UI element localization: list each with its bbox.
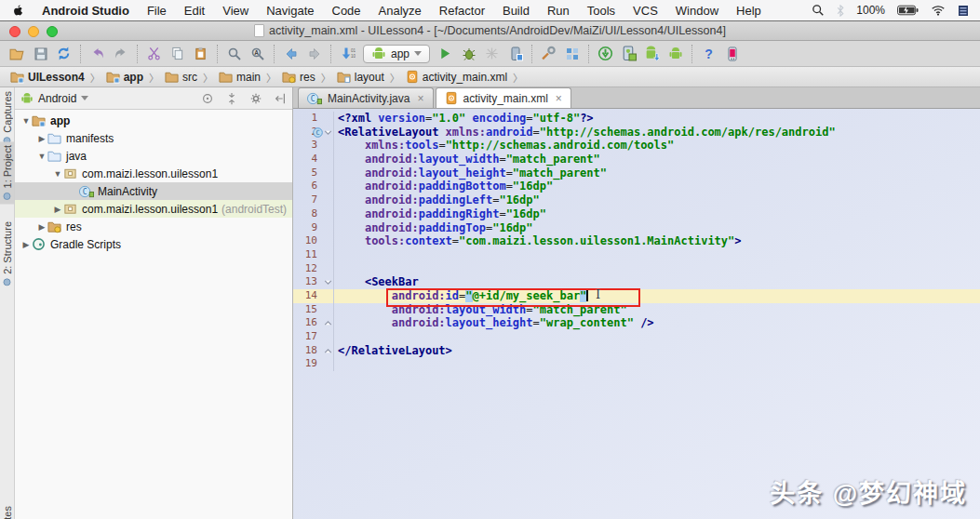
gutter-fold-column[interactable] — [317, 248, 334, 262]
chevron-down-icon[interactable] — [81, 96, 88, 100]
line-number[interactable]: 16 — [293, 316, 317, 330]
line-number[interactable]: 18 — [293, 344, 317, 358]
gutter-fold-column[interactable] — [317, 330, 334, 344]
tree-expand-arrow[interactable]: ▶ — [36, 134, 47, 143]
run-configuration-dropdown[interactable]: app — [363, 45, 430, 63]
menu-item-code[interactable]: Code — [332, 4, 361, 18]
code-line-5[interactable]: 5 android:layout_height="match_parent" — [293, 166, 980, 180]
open-project-button[interactable] — [6, 43, 29, 65]
menu-item-analyze[interactable]: Analyze — [379, 4, 422, 18]
tree-item-manifests[interactable]: ▶manifests — [15, 129, 292, 147]
menu-extra-icon[interactable] — [958, 5, 969, 17]
gutter-fold-column[interactable] — [317, 193, 334, 207]
code-line-4[interactable]: 4 android:layout_width="match_parent" — [293, 153, 980, 166]
tool-window-button-favorites[interactable]: Favorites — [0, 502, 15, 519]
tree-expand-arrow[interactable]: ▼ — [36, 152, 47, 161]
tree-item-app[interactable]: ▼app — [15, 112, 292, 129]
attach-debugger-button[interactable] — [537, 43, 560, 65]
menu-item-refactor[interactable]: Refactor — [439, 4, 485, 18]
editor-tab-mainactivity-java[interactable]: CMainActivity.java× — [298, 87, 434, 108]
back-button[interactable] — [279, 43, 302, 65]
breadcrumb-item-res[interactable]: res — [279, 70, 318, 84]
line-number[interactable]: 4 — [293, 153, 317, 166]
line-number[interactable]: 6 — [293, 180, 317, 193]
tree-item-com-maizi-lesson-uilesson1[interactable]: ▶com.maizi.lesson.uilesson1(androidTest) — [15, 200, 292, 218]
line-number[interactable]: 10 — [293, 234, 317, 248]
breadcrumb-item-src[interactable]: src — [162, 70, 200, 84]
find-button[interactable] — [222, 43, 246, 65]
bluetooth-icon[interactable] — [837, 5, 844, 17]
code-line-9[interactable]: 9 android:paddingTop="16dp" — [293, 221, 980, 235]
sync-project-button[interactable] — [52, 43, 75, 65]
code-line-19[interactable]: 19 — [293, 357, 980, 371]
collapse-all-icon[interactable] — [225, 92, 238, 105]
menu-item-view[interactable]: View — [222, 4, 248, 18]
hide-panel-icon[interactable] — [274, 92, 287, 105]
tree-expand-arrow[interactable]: ▶ — [20, 240, 32, 249]
gutter-fold-column[interactable]: C — [317, 126, 334, 140]
close-tab-icon[interactable]: × — [417, 92, 423, 105]
tree-expand-arrow[interactable]: ▶ — [36, 222, 47, 232]
code-line-12[interactable]: 12 — [293, 262, 980, 276]
gutter-fold-column[interactable] — [317, 262, 334, 276]
gear-settings-icon[interactable] — [249, 92, 262, 105]
menu-item-run[interactable]: Run — [547, 4, 570, 18]
device-monitor-button[interactable] — [720, 43, 744, 65]
gutter-fold-column[interactable] — [317, 112, 334, 126]
gutter-fold-column[interactable] — [317, 303, 334, 317]
coverage-button[interactable] — [480, 43, 503, 65]
gutter-fold-column[interactable] — [317, 234, 334, 248]
breadcrumb-item-layout[interactable]: layout — [334, 70, 387, 84]
redo-button[interactable] — [109, 43, 132, 65]
menu-item-app-name[interactable]: Android Studio — [42, 4, 129, 18]
line-number[interactable]: 17 — [293, 330, 317, 344]
code-line-17[interactable]: 17 — [293, 330, 980, 344]
tool-window-button-captures[interactable]: Captures — [0, 87, 15, 149]
gutter-fold-column[interactable] — [317, 344, 334, 358]
copy-button[interactable] — [166, 43, 189, 65]
forward-button[interactable] — [302, 43, 326, 65]
spotlight-search-icon[interactable] — [812, 4, 825, 17]
menu-item-file[interactable]: File — [147, 4, 167, 18]
save-all-button[interactable] — [29, 43, 52, 65]
gutter-fold-column[interactable] — [317, 153, 334, 166]
line-number[interactable]: 8 — [293, 207, 317, 221]
code-line-1[interactable]: 1<?xml version="1.0" encoding="utf-8"?> — [293, 112, 980, 126]
line-number[interactable]: 9 — [293, 221, 317, 235]
breadcrumb-item-activity_main.xml[interactable]: activity_main.xml — [403, 70, 510, 84]
code-line-16[interactable]: 16 android:layout_height="wrap_content" … — [293, 316, 980, 330]
tree-expand-arrow[interactable]: ▼ — [20, 116, 32, 126]
gutter-fold-column[interactable] — [317, 180, 334, 193]
avd-manager-button[interactable] — [617, 43, 640, 65]
line-number[interactable]: 1 — [293, 112, 317, 126]
help-button[interactable]: ? — [697, 43, 720, 65]
wifi-icon[interactable] — [931, 5, 946, 16]
close-window-button[interactable] — [9, 26, 20, 37]
gutter-fold-column[interactable] — [317, 357, 334, 371]
line-number[interactable]: 13 — [293, 275, 317, 289]
sync-sources-button[interactable]: 0110 — [336, 43, 359, 65]
tool-window-button-1-project[interactable]: 1: Project — [0, 141, 15, 204]
sdk-download-button[interactable] — [594, 43, 617, 65]
sdk-manager-button[interactable] — [640, 43, 664, 65]
menu-item-help[interactable]: Help — [736, 4, 761, 18]
breadcrumb-item-uilesson4[interactable]: UILesson4 — [7, 70, 87, 84]
line-number[interactable]: 12 — [293, 262, 317, 276]
gutter-fold-column[interactable] — [317, 139, 334, 153]
line-number[interactable]: 5 — [293, 166, 317, 180]
breadcrumb-item-main[interactable]: main — [216, 70, 263, 84]
project-structure-button[interactable] — [560, 43, 584, 65]
code-line-2[interactable]: 2C<RelativeLayout xmlns:android="http://… — [293, 126, 980, 140]
line-number[interactable]: 14 — [293, 289, 317, 303]
code-line-3[interactable]: 3 xmlns:tools="http://schemas.android.co… — [293, 139, 980, 153]
tree-item-java[interactable]: ▼java — [15, 147, 292, 165]
locate-target-icon[interactable] — [201, 92, 214, 105]
line-number[interactable]: 19 — [293, 357, 317, 371]
tree-item-mainactivity[interactable]: CMainActivity — [15, 182, 292, 200]
apple-menu[interactable] — [11, 4, 24, 18]
battery-charging-icon[interactable] — [897, 5, 919, 16]
cut-button[interactable] — [142, 43, 166, 65]
code-line-18[interactable]: 18</RelativeLayout> — [293, 344, 980, 358]
close-tab-icon[interactable]: × — [556, 92, 562, 105]
breadcrumb-item-app[interactable]: app — [103, 70, 146, 84]
